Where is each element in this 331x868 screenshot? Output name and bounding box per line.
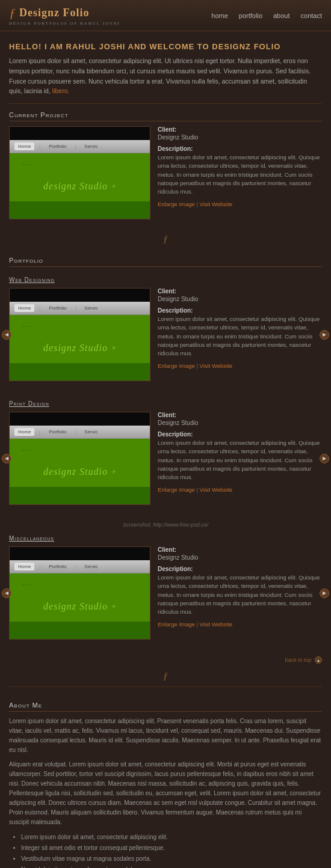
enlarge-link[interactable]: Enlarge Image	[158, 201, 195, 207]
misc-links: Enlarge Image | Visit Website	[158, 621, 322, 628]
misc-nav-portfolio[interactable]: Portfolio	[45, 563, 70, 570]
print-nav-service[interactable]: Servic	[81, 428, 101, 436]
web-nav-portfolio[interactable]: Portfolio	[45, 304, 70, 312]
print-client-label: Client:	[158, 412, 322, 418]
misc-birds: ~ ~ ~	[22, 582, 32, 588]
about-list-item: Lorem ipsum dolor sit amet, consectetur …	[21, 832, 322, 843]
logo-subtitle: Design Portfolio of Rahul Joshi	[9, 21, 120, 26]
misc-nav-home[interactable]: Home	[14, 563, 34, 570]
web-image: Home | Portfolio | Servic ~ ~ ~ designz …	[9, 288, 150, 381]
misc-client-value: Designz Studio	[158, 554, 322, 561]
misc-enlarge-link[interactable]: Enlarge Image	[158, 621, 195, 628]
web-desc-text: Lorem ipsum dolor sit amet, consectetur …	[158, 315, 322, 358]
nav-tab-home[interactable]: Home	[14, 142, 34, 150]
about-paragraph-2: Aliquam erat volutpat. Lorem ipsum dolor…	[9, 760, 322, 827]
studio-logo: designz Studio	[43, 181, 108, 192]
print-asterisk: ✦	[110, 468, 116, 477]
print-desc-label: Description:	[158, 431, 322, 438]
web-desc-label: Description:	[158, 307, 322, 314]
nav-tab-service[interactable]: Servic	[81, 142, 101, 150]
current-project-section: Current Project Home | Portfolio | Servi…	[9, 104, 322, 219]
nav-about[interactable]: about	[273, 12, 290, 19]
web-enlarge-link[interactable]: Enlarge Image	[158, 362, 195, 369]
misc-desc-label: Description:	[158, 566, 322, 572]
description-label: Description:	[158, 145, 322, 152]
print-links: Enlarge Image | Visit Website	[158, 486, 322, 493]
misc-dark-top	[10, 547, 150, 560]
nav-home[interactable]: home	[211, 12, 228, 19]
web-info: Client: Designz Studio Description: Lore…	[158, 288, 322, 381]
logo-area: ƒ Designz Folio Design Portfolio of Rahu…	[9, 5, 120, 26]
welcome-text: Lorem ipsum dolor sit amet, consectetur …	[9, 56, 322, 96]
current-project-title: Current Project	[9, 104, 322, 121]
about-list-item: Vestibulum vitae magna ut magna sodales …	[21, 854, 322, 864]
misc-arrow-right[interactable]: ▶	[320, 588, 329, 598]
print-design-section: Print Design ◀ Home | Portfolio | Servic…	[9, 396, 322, 519]
misc-client-label: Client:	[158, 546, 322, 553]
description-text: Lorem ipsum dolor sit amet, consectetur …	[158, 153, 322, 196]
visit-link[interactable]: Visit Website	[200, 201, 233, 207]
web-visit-link[interactable]: Visit Website	[200, 362, 233, 369]
web-nav-service[interactable]: Servic	[81, 304, 101, 312]
web-birds: ~ ~ ~	[22, 324, 32, 329]
misc-asterisk: ✦	[110, 602, 116, 611]
print-arrow-left[interactable]: ◀	[2, 454, 11, 463]
image-green-area: ~ ~ ~ designz Studio ✦	[10, 153, 150, 219]
print-nav-portfolio[interactable]: Portfolio	[45, 428, 70, 436]
about-list-item: Nam id dui sit amet sem fermentum sodale…	[21, 864, 322, 868]
about-list-item: Integer sit amet odio et tortor consequa…	[21, 843, 322, 854]
misc-arrow-left[interactable]: ◀	[2, 588, 11, 598]
web-designing-section: Web Designing ◀ Home | Portfolio | Servi…	[9, 272, 322, 396]
project-links: Enlarge Image | Visit Website	[158, 201, 322, 207]
logo-icon: ƒ	[9, 5, 16, 21]
about-list: Lorem ipsum dolor sit amet, consectetur …	[9, 832, 322, 868]
divider-1: ƒ	[9, 229, 322, 249]
about-section: About Me Lorem ipsum dolor sit amet, con…	[9, 686, 322, 868]
back-to-top-icon-portfolio: ▲	[315, 656, 322, 664]
screenshot-label: Screenshot: http://www.free-psd.co/	[9, 519, 322, 530]
image-dark-top	[10, 127, 150, 140]
birds-decoration: ~ ~ ~	[22, 162, 32, 168]
misc-image: Home | Portfolio | Servic ~ ~ ~ designz …	[9, 546, 150, 640]
print-enlarge-link[interactable]: Enlarge Image	[158, 486, 195, 493]
nav-contact[interactable]: contact	[301, 12, 322, 19]
print-nav-bar: Home | Portfolio | Servic	[10, 426, 150, 439]
web-arrow-right[interactable]: ▶	[320, 330, 329, 340]
header: ƒ Designz Folio Design Portfolio of Rahu…	[0, 0, 331, 31]
web-green-area: ~ ~ ~ designz Studio ✦	[10, 315, 150, 381]
misc-nav-bar: Home | Portfolio | Servic	[10, 560, 150, 573]
nav-tab-portfolio[interactable]: Portfolio	[45, 142, 70, 150]
nav-portfolio[interactable]: portfolio	[239, 12, 262, 19]
misc-studio-logo: designz Studio	[43, 601, 108, 612]
print-nav-home[interactable]: Home	[14, 428, 34, 436]
print-desc-text: Lorem ipsum dolor sit amet, consectetur …	[158, 439, 322, 481]
print-info: Client: Designz Studio Description: Lore…	[158, 412, 322, 505]
misc-nav-service[interactable]: Servic	[81, 563, 101, 570]
current-project-info: Client: Designz Studio Description: Lore…	[158, 126, 322, 219]
welcome-inline-link[interactable]: libero.	[52, 87, 70, 94]
web-nav-home[interactable]: Home	[14, 304, 34, 312]
print-arrow-right[interactable]: ▶	[320, 454, 329, 463]
welcome-heading: Hello! I am Rahul Joshi and welcome to D…	[9, 42, 322, 51]
logo-inner: ƒ Designz Folio	[9, 5, 120, 21]
current-project-item: Home | Portfolio | Servic ~ ~ ~ designz …	[9, 126, 322, 219]
current-project-image: Home | Portfolio | Servic ~ ~ ~ designz …	[9, 126, 150, 219]
web-arrow-left[interactable]: ◀	[2, 330, 11, 340]
logo-title: Designz Folio	[19, 7, 90, 19]
client-label: Client:	[158, 126, 322, 133]
web-nav-bar: Home | Portfolio | Servic	[10, 302, 150, 315]
studio-asterisk: ✦	[110, 182, 116, 191]
welcome-section: Hello! I am Rahul Joshi and welcome to D…	[9, 31, 322, 104]
print-visit-link[interactable]: Visit Website	[200, 486, 233, 493]
misc-section: Miscellaneous ◀ Home | Portfolio | Servi…	[9, 530, 322, 654]
content-wrapper: Hello! I am Rahul Joshi and welcome to D…	[0, 31, 331, 868]
misc-title: Miscellaneous	[9, 535, 322, 542]
print-green-area: ~ ~ ~ designz Studio ✦	[10, 439, 150, 505]
back-to-top-portfolio[interactable]: back to top ▲	[9, 654, 322, 666]
portfolio-title: Portfolio	[9, 249, 322, 267]
about-title: About Me	[9, 694, 322, 712]
misc-visit-link[interactable]: Visit Website	[200, 621, 233, 628]
misc-item: ◀ Home | Portfolio | Servic ~ ~ ~ design…	[9, 546, 322, 640]
print-design-item: ◀ Home | Portfolio | Servic ~ ~ ~ design…	[9, 412, 322, 505]
web-dark-top	[10, 289, 150, 302]
